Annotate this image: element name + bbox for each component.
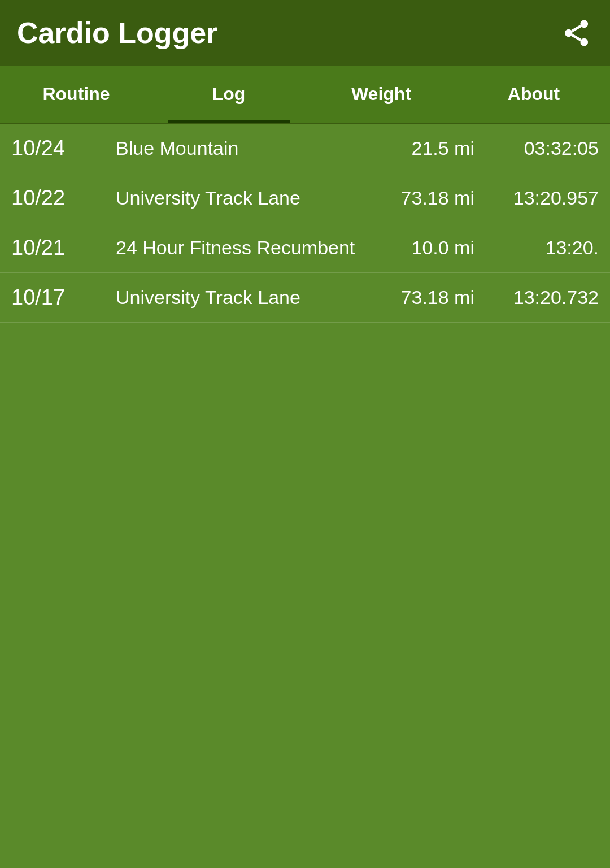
log-time: 13:20.732 <box>474 287 599 309</box>
svg-point-2 <box>580 38 588 46</box>
app-container: Cardio Logger Routine Log Weight About <box>0 0 610 868</box>
log-list: 10/24 Blue Mountain 21.5 mi 03:32:05 10/… <box>0 124 610 596</box>
table-row[interactable]: 10/17 University Track Lane 73.18 mi 13:… <box>0 273 610 323</box>
empty-area <box>0 596 610 869</box>
tab-weight[interactable]: Weight <box>305 66 457 123</box>
tab-routine[interactable]: Routine <box>0 66 152 123</box>
table-row[interactable]: 10/21 24 Hour Fitness Recumbent 10.0 mi … <box>0 223 610 273</box>
log-time: 03:32:05 <box>474 137 599 159</box>
log-date: 10/22 <box>11 186 116 210</box>
app-header: Cardio Logger <box>0 0 610 66</box>
tab-about[interactable]: About <box>457 66 610 123</box>
log-date: 10/17 <box>11 285 116 310</box>
table-row[interactable]: 10/24 Blue Mountain 21.5 mi 03:32:05 <box>0 124 610 173</box>
log-date: 10/24 <box>11 136 116 160</box>
log-name: University Track Lane <box>116 187 376 209</box>
log-time: 13:20. <box>474 237 599 259</box>
log-date: 10/21 <box>11 236 116 260</box>
share-button[interactable] <box>559 16 593 50</box>
svg-line-3 <box>572 34 581 40</box>
log-distance: 10.0 mi <box>376 237 474 259</box>
log-name: Blue Mountain <box>116 137 376 159</box>
svg-point-1 <box>564 29 572 37</box>
log-name: 24 Hour Fitness Recumbent <box>116 237 376 259</box>
table-row[interactable]: 10/22 University Track Lane 73.18 mi 13:… <box>0 173 610 223</box>
tab-bar: Routine Log Weight About <box>0 66 610 124</box>
log-distance: 73.18 mi <box>376 287 474 309</box>
app-title: Cardio Logger <box>17 16 217 50</box>
svg-point-0 <box>580 20 588 28</box>
log-time: 13:20.957 <box>474 187 599 209</box>
log-name: University Track Lane <box>116 287 376 309</box>
svg-line-4 <box>572 25 581 31</box>
log-distance: 73.18 mi <box>376 187 474 209</box>
log-distance: 21.5 mi <box>376 137 474 159</box>
tab-log[interactable]: Log <box>152 66 305 123</box>
